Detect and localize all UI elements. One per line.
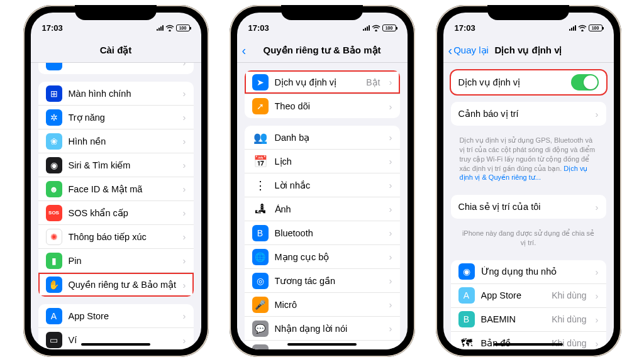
row-icon: B bbox=[252, 225, 269, 241]
row-detail: Bật bbox=[366, 77, 380, 87]
row-label: Lịch bbox=[275, 156, 383, 167]
row-icon: A bbox=[46, 308, 62, 324]
location-toggle-row[interactable]: Dịch vụ định vị bbox=[451, 70, 606, 94]
battery-icon: 100 bbox=[382, 25, 396, 31]
chevron-icon: › bbox=[183, 160, 186, 170]
back-button[interactable]: ‹ bbox=[242, 44, 247, 57]
phone-frame-3: 17:03 100 ‹ Quay lại Dịch vụ định vị Dịc… bbox=[436, 5, 621, 357]
list-row[interactable]: ➚Theo dõi› bbox=[245, 94, 400, 118]
row-icon: ✺ bbox=[46, 229, 62, 245]
signal-icon bbox=[363, 25, 370, 31]
row-label: Danh bạ bbox=[275, 133, 383, 143]
privacy-group-2: 👥Danh bạ›📅Lịch›⋮Lời nhắc›🏞Ảnh›BBluetooth… bbox=[245, 126, 400, 349]
wifi-icon bbox=[578, 25, 587, 31]
list-row[interactable]: SOSSOS khẩn cấp› bbox=[38, 201, 194, 225]
content-2[interactable]: ➤Dịch vụ định vịBật›➚Theo dõi› 👥Danh bạ›… bbox=[237, 63, 408, 349]
share-group: Chia sẻ vị trí của tôi › bbox=[451, 195, 606, 219]
description-text: Dịch vụ định vị sử dụng GPS, Bluetooth v… bbox=[451, 133, 606, 187]
apps-group: ◉Ứng dụng thu nhỏ›AApp StoreKhi dùng›BBA… bbox=[451, 260, 606, 349]
row-label: Trợ năng bbox=[69, 112, 177, 123]
row-icon: ▭ bbox=[46, 332, 62, 348]
list-row[interactable]: BBluetooth› bbox=[245, 221, 400, 245]
screen-2: 17:03 100 ‹ Quyền riêng tư & Bảo mật ➤Dị… bbox=[237, 13, 408, 349]
chevron-icon: › bbox=[596, 202, 599, 212]
row-label: SOS khẩn cấp bbox=[69, 208, 177, 218]
chevron-icon: › bbox=[389, 77, 392, 87]
page-title: Cài đặt bbox=[100, 45, 132, 56]
row-icon: ◉ bbox=[46, 157, 62, 173]
row-icon: 🌐 bbox=[252, 249, 269, 265]
list-row[interactable]: ➤Dịch vụ định vịBật› bbox=[245, 70, 400, 94]
signal-icon bbox=[569, 25, 576, 31]
share-footer: iPhone này đang được sử dụng để chia sẻ … bbox=[451, 226, 606, 253]
row-label: App Store bbox=[69, 311, 177, 321]
row-icon: B bbox=[458, 311, 475, 327]
settings-group-1: ⊞Màn hình chính›✲Trợ năng›❀Hình nền›◉Sir… bbox=[38, 82, 194, 297]
list-row[interactable]: ▭Ví› bbox=[38, 328, 194, 349]
list-row[interactable]: ☻Face ID & Mật mã› bbox=[38, 177, 194, 201]
list-row[interactable]: › bbox=[38, 63, 194, 74]
chevron-icon: › bbox=[596, 338, 599, 349]
toggle-label: Dịch vụ định vị bbox=[458, 77, 565, 87]
list-row[interactable]: AApp StoreKhi dùng› bbox=[451, 284, 606, 308]
share-location-row[interactable]: Chia sẻ vị trí của tôi › bbox=[451, 195, 606, 219]
list-row[interactable]: BBAEMINKhi dùng› bbox=[451, 308, 606, 332]
list-row[interactable]: ⊞Màn hình chính› bbox=[38, 82, 194, 106]
row-label: Bluetooth bbox=[275, 228, 383, 238]
battery-icon: 100 bbox=[589, 25, 602, 31]
toggle-switch[interactable] bbox=[571, 74, 599, 90]
list-row[interactable]: ❀Hình nền› bbox=[38, 129, 194, 153]
list-row[interactable]: 🌐Mạng cục bộ› bbox=[245, 245, 400, 269]
row-label: Màn hình chính bbox=[69, 89, 177, 99]
chevron-icon: › bbox=[389, 132, 392, 143]
chevron-icon: › bbox=[596, 266, 599, 277]
back-button[interactable]: ‹ Quay lại bbox=[448, 44, 489, 57]
list-row[interactable]: ⋮Lời nhắc› bbox=[245, 173, 400, 197]
content-3[interactable]: Dịch vụ định vị Cảnh báo vị trí › Dịch v… bbox=[443, 63, 614, 349]
chevron-icon: › bbox=[183, 231, 186, 242]
list-row[interactable]: ◉Ứng dụng thu nhỏ› bbox=[451, 260, 606, 284]
list-row[interactable]: 🗺Bản đồKhi dùng› bbox=[451, 332, 606, 349]
row-detail: Khi dùng bbox=[552, 290, 586, 300]
nav-bar: ‹ Quyền riêng tư & Bảo mật bbox=[237, 38, 408, 63]
chevron-icon: › bbox=[389, 228, 392, 238]
home-indicator bbox=[494, 343, 563, 346]
row-icon: ◉ bbox=[458, 263, 475, 280]
status-time: 17:03 bbox=[42, 23, 63, 33]
notch bbox=[281, 5, 363, 20]
nav-bar: ‹ Quay lại Dịch vụ định vị bbox=[443, 38, 614, 63]
location-alerts-row[interactable]: Cảnh báo vị trí › bbox=[451, 102, 606, 126]
list-row[interactable]: ◉Siri & Tìm kiếm› bbox=[38, 153, 194, 177]
list-row[interactable]: 🏞Ảnh› bbox=[245, 197, 400, 221]
row-icon: ⊞ bbox=[46, 85, 62, 102]
row-label: Nhận dạng lời nói bbox=[275, 324, 383, 334]
screen-1: 17:03 100 Cài đặt › ⊞Màn hình chính›✲Trợ… bbox=[31, 13, 201, 349]
row-label: BAEMIN bbox=[481, 314, 546, 324]
list-row[interactable]: AApp Store› bbox=[38, 304, 194, 328]
list-row[interactable]: 💬Nhận dạng lời nói› bbox=[245, 317, 400, 341]
row-label: Lời nhắc bbox=[275, 180, 383, 190]
list-row[interactable]: ✲Trợ năng› bbox=[38, 106, 194, 129]
chevron-icon: › bbox=[389, 347, 392, 349]
list-row[interactable]: ✺Thông báo tiếp xúc› bbox=[38, 225, 194, 249]
app-icon bbox=[46, 63, 62, 70]
chevron-icon: › bbox=[389, 101, 392, 112]
list-row[interactable]: ✋Quyền riêng tư & Bảo mật› bbox=[38, 273, 194, 297]
home-indicator bbox=[287, 343, 357, 346]
location-toggle-group: Dịch vụ định vị bbox=[451, 70, 606, 94]
row-icon: 🎤 bbox=[252, 297, 269, 313]
content-1[interactable]: › ⊞Màn hình chính›✲Trợ năng›❀Hình nền›◉S… bbox=[31, 63, 201, 349]
page-title: Quyền riêng tư & Bảo mật bbox=[264, 45, 381, 56]
list-row[interactable]: 👥Danh bạ› bbox=[245, 126, 400, 150]
row-icon: SOS bbox=[46, 205, 62, 221]
chevron-icon: › bbox=[183, 184, 186, 194]
list-row[interactable]: 🎤Micrô› bbox=[245, 293, 400, 317]
row-label: Quyền riêng tư & Bảo mật bbox=[69, 280, 177, 290]
row-label: Siri & Tìm kiếm bbox=[69, 160, 177, 170]
row-label: App Store bbox=[481, 290, 546, 300]
chevron-left-icon: ‹ bbox=[242, 44, 247, 57]
list-row[interactable]: 📅Lịch› bbox=[245, 150, 400, 173]
list-row[interactable]: ◎Tương tác gần› bbox=[245, 269, 400, 293]
list-row[interactable]: ▮Pin› bbox=[38, 249, 194, 273]
phone-frame-2: 17:03 100 ‹ Quyền riêng tư & Bảo mật ➤Dị… bbox=[230, 5, 415, 357]
